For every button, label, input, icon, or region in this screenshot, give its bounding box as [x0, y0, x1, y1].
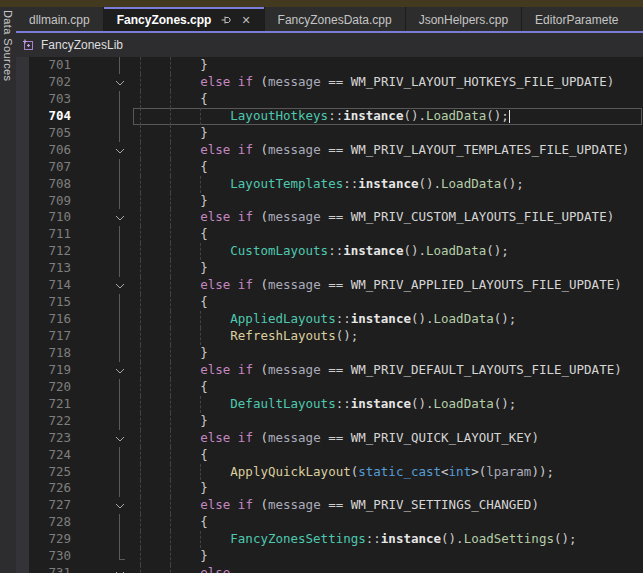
line-number[interactable]: 701 — [29, 57, 79, 74]
line-number[interactable]: 713 — [29, 260, 79, 277]
editor-tab-editorparamete[interactable]: EditorParamete ✕ — [522, 7, 643, 31]
code-text-area[interactable]: } — [131, 125, 643, 142]
breakpoint-margin[interactable] — [16, 57, 29, 573]
code-text-area[interactable]: else — [131, 565, 643, 573]
line-number[interactable]: 702 — [29, 74, 79, 91]
fold-margin[interactable] — [109, 464, 131, 481]
line-number[interactable]: 731 — [29, 565, 79, 573]
breadcrumb-project-name[interactable]: FancyZonesLib — [41, 38, 123, 52]
code-line[interactable]: 720 { — [29, 379, 643, 396]
code-line[interactable]: 722 } — [29, 413, 643, 430]
code-line[interactable]: 729 FancyZonesSettings::instance().LoadS… — [29, 531, 643, 548]
fold-margin[interactable] — [109, 57, 131, 74]
fold-margin[interactable] — [109, 565, 131, 573]
editor-tab-jsonhelpers-cpp[interactable]: JsonHelpers.cpp ✕ — [406, 7, 521, 31]
fold-margin[interactable] — [109, 125, 131, 142]
code-text-area[interactable]: else if (message == WM_PRIV_LAYOUT_HOTKE… — [131, 74, 643, 91]
fold-margin[interactable] — [109, 379, 131, 396]
code-text-area[interactable]: LayoutHotkeys::instance().LoadData(); — [131, 108, 643, 125]
editor-tab-fancyzones-cpp[interactable]: FancyZones.cpp ✕ — [104, 7, 264, 31]
code-line[interactable]: 731 else — [29, 565, 643, 573]
code-text-area[interactable]: { — [131, 91, 643, 108]
line-number[interactable]: 711 — [29, 226, 79, 243]
fold-margin[interactable] — [109, 159, 131, 176]
fold-margin[interactable] — [109, 447, 131, 464]
code-text-area[interactable]: } — [131, 413, 643, 430]
code-text-area[interactable]: { — [131, 514, 643, 531]
code-text-area[interactable]: } — [131, 480, 643, 497]
code-line[interactable]: 701 } — [29, 57, 643, 74]
line-number[interactable]: 717 — [29, 328, 79, 345]
code-text-area[interactable]: ApplyQuickLayout(static_cast<int>(lparam… — [131, 464, 643, 481]
code-line[interactable]: 702 else if (message == WM_PRIV_LAYOUT_H… — [29, 74, 643, 91]
fold-margin[interactable] — [109, 209, 131, 226]
line-number[interactable]: 706 — [29, 142, 79, 159]
fold-margin[interactable] — [109, 396, 131, 413]
code-text-area[interactable]: RefreshLayouts(); — [131, 328, 643, 345]
line-number[interactable]: 718 — [29, 345, 79, 362]
code-text-area[interactable]: { — [131, 447, 643, 464]
code-text-area[interactable]: DefaultLayouts::instance().LoadData(); — [131, 396, 643, 413]
line-number[interactable]: 709 — [29, 193, 79, 210]
line-number[interactable]: 716 — [29, 311, 79, 328]
code-line[interactable]: 721 DefaultLayouts::instance().LoadData(… — [29, 396, 643, 413]
fold-margin[interactable] — [109, 260, 131, 277]
code-line[interactable]: 714 else if (message == WM_PRIV_APPLIED_… — [29, 277, 643, 294]
line-number[interactable]: 728 — [29, 514, 79, 531]
line-number[interactable]: 729 — [29, 531, 79, 548]
code-text-area[interactable]: { — [131, 294, 643, 311]
fold-margin[interactable] — [109, 277, 131, 294]
code-text-area[interactable]: else if (message == WM_PRIV_CUSTOM_LAYOU… — [131, 209, 643, 226]
fold-margin[interactable] — [109, 91, 131, 108]
code-line[interactable]: 728 { — [29, 514, 643, 531]
fold-margin[interactable] — [109, 74, 131, 91]
fold-margin[interactable] — [109, 176, 131, 193]
code-text-area[interactable]: else if (message == WM_PRIV_SETTINGS_CHA… — [131, 497, 643, 514]
code-line[interactable]: 719 else if (message == WM_PRIV_DEFAULT_… — [29, 362, 643, 379]
code-text-area[interactable]: LayoutTemplates::instance().LoadData(); — [131, 176, 643, 193]
code-line[interactable]: 725 ApplyQuickLayout(static_cast<int>(lp… — [29, 464, 643, 481]
fold-margin[interactable] — [109, 548, 131, 565]
fold-margin[interactable] — [109, 497, 131, 514]
navigation-bar[interactable]: FancyZonesLib — [16, 33, 643, 57]
close-icon[interactable]: ✕ — [241, 15, 250, 26]
code-line[interactable]: 703 { — [29, 91, 643, 108]
line-number[interactable]: 704 — [29, 108, 79, 125]
fold-margin[interactable] — [109, 328, 131, 345]
code-line[interactable]: 705 } — [29, 125, 643, 142]
line-number[interactable]: 730 — [29, 548, 79, 565]
sidebar-tab-data-sources[interactable]: Data Sources — [2, 10, 14, 81]
code-line[interactable]: 724 { — [29, 447, 643, 464]
code-line[interactable]: 730 } — [29, 548, 643, 565]
fold-margin[interactable] — [109, 311, 131, 328]
line-number[interactable]: 708 — [29, 176, 79, 193]
line-number[interactable]: 724 — [29, 447, 79, 464]
code-line[interactable]: 715 { — [29, 294, 643, 311]
code-line[interactable]: 716 AppliedLayouts::instance().LoadData(… — [29, 311, 643, 328]
code-text-area[interactable]: { — [131, 226, 643, 243]
fold-margin[interactable] — [109, 142, 131, 159]
code-line[interactable]: 712 CustomLayouts::instance().LoadData()… — [29, 243, 643, 260]
fold-margin[interactable] — [109, 430, 131, 447]
fold-margin[interactable] — [109, 480, 131, 497]
code-line[interactable]: 704 LayoutHotkeys::instance().LoadData()… — [29, 108, 643, 125]
line-number[interactable]: 722 — [29, 413, 79, 430]
fold-margin[interactable] — [109, 193, 131, 210]
editor-tab-fancyzonesdata-cpp[interactable]: FancyZonesData.cpp ✕ — [265, 7, 405, 31]
line-number[interactable]: 707 — [29, 159, 79, 176]
code-line[interactable]: 707 { — [29, 159, 643, 176]
fold-margin[interactable] — [109, 413, 131, 430]
code-text-area[interactable]: { — [131, 159, 643, 176]
code-line[interactable]: 706 else if (message == WM_PRIV_LAYOUT_T… — [29, 142, 643, 159]
fold-margin[interactable] — [109, 294, 131, 311]
code-text-area[interactable]: else if (message == WM_PRIV_QUICK_LAYOUT… — [131, 430, 643, 447]
code-text-area[interactable]: } — [131, 548, 643, 565]
code-line[interactable]: 708 LayoutTemplates::instance().LoadData… — [29, 176, 643, 193]
fold-margin[interactable] — [109, 243, 131, 260]
line-number[interactable]: 712 — [29, 243, 79, 260]
code-text-area[interactable]: } — [131, 57, 643, 74]
code-line[interactable]: 713 } — [29, 260, 643, 277]
line-number[interactable]: 725 — [29, 464, 79, 481]
line-number[interactable]: 720 — [29, 379, 79, 396]
line-number[interactable]: 723 — [29, 430, 79, 447]
